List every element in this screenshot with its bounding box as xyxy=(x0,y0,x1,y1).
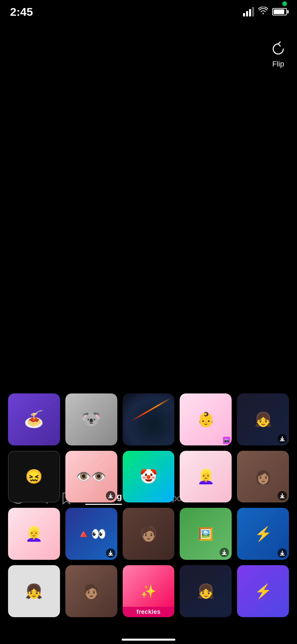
list-item[interactable]: 🧑🏽 xyxy=(123,508,175,560)
list-item[interactable]: 🐨 xyxy=(65,393,117,445)
list-item[interactable]: 👩🏽 xyxy=(237,451,289,503)
list-item[interactable]: 🔺👀 xyxy=(65,508,117,560)
signal-icon xyxy=(243,7,254,16)
filter-grid: 🍝 🐨 👶 📷 👧 😖 xyxy=(0,393,297,617)
status-time: 2:45 xyxy=(10,5,33,18)
status-bar: 2:45 xyxy=(0,0,297,23)
flip-button[interactable]: Flip xyxy=(270,40,287,68)
list-item[interactable]: ⚡ xyxy=(237,565,289,617)
download-badge xyxy=(106,491,115,500)
list-item[interactable]: 🍝 xyxy=(8,393,60,445)
list-item[interactable]: 😖 xyxy=(8,451,60,503)
list-item[interactable]: 👧 xyxy=(8,565,60,617)
flip-label: Flip xyxy=(272,60,284,68)
list-item[interactable]: 🖼️ xyxy=(180,508,232,560)
list-item[interactable]: 👶 📷 xyxy=(180,393,232,445)
list-item[interactable]: 👧 xyxy=(237,393,289,445)
home-indicator xyxy=(122,639,175,641)
list-item[interactable]: ⚡ xyxy=(237,508,289,560)
list-item[interactable] xyxy=(123,393,175,445)
list-item[interactable]: 👁️👁️ xyxy=(65,451,117,503)
download-badge xyxy=(278,548,287,558)
green-dot xyxy=(282,1,287,6)
wifi-icon xyxy=(258,7,268,17)
status-icons xyxy=(243,7,287,17)
list-item[interactable]: 🤡 xyxy=(123,451,175,503)
list-item[interactable]: 👱‍♀️ xyxy=(8,508,60,560)
list-item[interactable]: 👧 xyxy=(180,565,232,617)
list-item[interactable]: 🧑🏽 xyxy=(65,565,117,617)
download-badge xyxy=(278,434,287,443)
list-item[interactable]: 👱‍♀️ xyxy=(180,451,232,503)
flip-icon xyxy=(270,40,287,58)
battery-icon xyxy=(272,8,287,15)
list-item[interactable]: ✨ freckles xyxy=(123,565,175,617)
download-badge xyxy=(106,548,115,558)
